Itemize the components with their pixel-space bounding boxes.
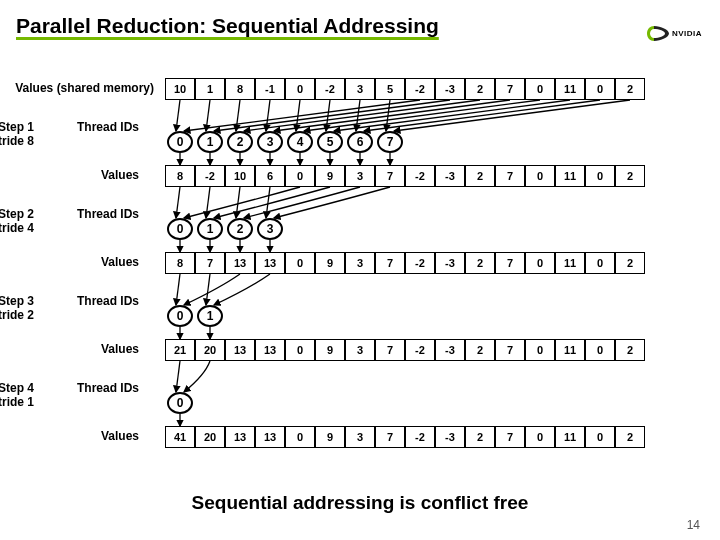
value-cell: 13 [225, 339, 255, 361]
value-cell: 11 [555, 339, 585, 361]
value-cell: 13 [255, 426, 285, 448]
value-cell: 10 [225, 165, 255, 187]
thread-ids-step3: 01 [167, 305, 223, 327]
value-cell: -2 [405, 78, 435, 100]
page-title: Parallel Reduction: Sequential Addressin… [16, 14, 704, 38]
label-threadids-3: Thread IDs [4, 294, 139, 308]
label-threadids-2: Thread IDs [4, 207, 139, 221]
value-cell: 0 [285, 426, 315, 448]
label-values-4: Values [4, 429, 139, 443]
value-cell: 9 [315, 252, 345, 274]
value-cell: 7 [375, 426, 405, 448]
value-cell: 7 [375, 252, 405, 274]
value-cell: 0 [525, 78, 555, 100]
value-cell: 2 [465, 426, 495, 448]
value-cell: 0 [585, 252, 615, 274]
values-row-step4: 412013130937-2-32701102 [165, 426, 645, 448]
value-cell: 20 [195, 426, 225, 448]
value-cell: 3 [345, 252, 375, 274]
thread-id: 1 [197, 305, 223, 327]
label-top: Values (shared memory) [4, 81, 154, 95]
value-cell: 3 [345, 78, 375, 100]
value-cell: 7 [495, 426, 525, 448]
value-cell: -3 [435, 252, 465, 274]
value-cell: -3 [435, 78, 465, 100]
value-cell: 3 [345, 339, 375, 361]
values-row-initial: 1018-10-235-2-32701102 [165, 78, 645, 100]
value-cell: 0 [585, 426, 615, 448]
value-cell: 21 [165, 339, 195, 361]
label-threadids-1: Thread IDs [4, 120, 139, 134]
value-cell: 0 [285, 339, 315, 361]
thread-id: 6 [347, 131, 373, 153]
thread-id: 4 [287, 131, 313, 153]
thread-id: 7 [377, 131, 403, 153]
thread-id: 0 [167, 218, 193, 240]
value-cell: 8 [165, 252, 195, 274]
value-cell: 2 [615, 252, 645, 274]
nvidia-logo: NVIDIA [647, 26, 702, 41]
value-cell: 0 [285, 165, 315, 187]
thread-ids-step4: 0 [167, 392, 193, 414]
value-cell: 0 [585, 165, 615, 187]
value-cell: -2 [315, 78, 345, 100]
value-cell: 13 [255, 339, 285, 361]
value-cell: 11 [555, 426, 585, 448]
thread-id: 2 [227, 218, 253, 240]
value-cell: -3 [435, 165, 465, 187]
value-cell: 0 [285, 78, 315, 100]
value-cell: 0 [525, 339, 555, 361]
value-cell: 3 [345, 165, 375, 187]
footer-text: Sequential addressing is conflict free [0, 492, 720, 514]
value-cell: 7 [375, 165, 405, 187]
thread-id: 0 [167, 131, 193, 153]
value-cell: -2 [405, 339, 435, 361]
value-cell: 2 [465, 165, 495, 187]
value-cell: 8 [225, 78, 255, 100]
value-cell: 3 [345, 426, 375, 448]
value-cell: 1 [195, 78, 225, 100]
thread-ids-step2: 0123 [167, 218, 283, 240]
value-cell: 6 [255, 165, 285, 187]
value-cell: 7 [495, 78, 525, 100]
thread-id: 1 [197, 131, 223, 153]
value-cell: 0 [585, 78, 615, 100]
value-cell: 2 [615, 165, 645, 187]
value-cell: 2 [465, 78, 495, 100]
value-cell: 0 [525, 426, 555, 448]
values-row-step2: 8713130937-2-32701102 [165, 252, 645, 274]
value-cell: 13 [225, 426, 255, 448]
value-cell: 0 [525, 165, 555, 187]
value-cell: 10 [165, 78, 195, 100]
thread-id: 3 [257, 218, 283, 240]
thread-id: 5 [317, 131, 343, 153]
value-cell: 5 [375, 78, 405, 100]
value-cell: 9 [315, 339, 345, 361]
values-row-step3: 212013130937-2-32701102 [165, 339, 645, 361]
value-cell: -3 [435, 426, 465, 448]
thread-id: 0 [167, 305, 193, 327]
value-cell: 20 [195, 339, 225, 361]
value-cell: 41 [165, 426, 195, 448]
value-cell: 11 [555, 252, 585, 274]
value-cell: 9 [315, 165, 345, 187]
value-cell: 2 [465, 339, 495, 361]
value-cell: 11 [555, 78, 585, 100]
value-cell: 7 [495, 339, 525, 361]
value-cell: 2 [615, 339, 645, 361]
thread-id: 0 [167, 392, 193, 414]
value-cell: 7 [495, 165, 525, 187]
value-cell: 0 [285, 252, 315, 274]
value-cell: 7 [375, 339, 405, 361]
value-cell: -2 [405, 252, 435, 274]
value-cell: 7 [195, 252, 225, 274]
value-cell: -3 [435, 339, 465, 361]
value-cell: 7 [495, 252, 525, 274]
value-cell: 0 [585, 339, 615, 361]
thread-id: 2 [227, 131, 253, 153]
value-cell: 0 [525, 252, 555, 274]
value-cell: 2 [615, 426, 645, 448]
label-values-1: Values [4, 168, 139, 182]
value-cell: 2 [465, 252, 495, 274]
thread-id: 3 [257, 131, 283, 153]
